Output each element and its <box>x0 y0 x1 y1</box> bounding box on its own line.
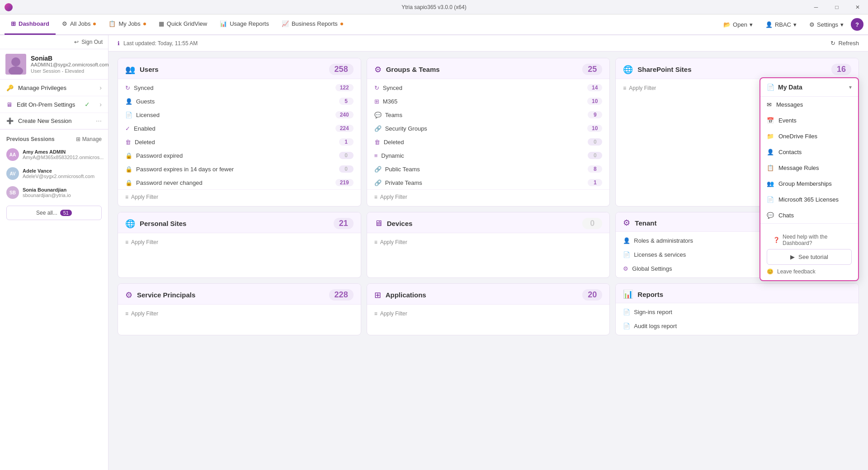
settings-icon: ⚙ <box>809 21 815 28</box>
personal-sites-apply-filter[interactable]: ≡ Apply Filter <box>118 235 361 249</box>
groups-row-security[interactable]: 🔗Security Groups 10 <box>367 122 610 135</box>
settings-button[interactable]: ⚙ Settings ▾ <box>804 19 849 31</box>
info-icon: ℹ <box>118 40 120 47</box>
users-card-header[interactable]: 👥 Users 258 <box>118 58 361 79</box>
service-principals-count: 228 <box>329 289 354 301</box>
feedback-button[interactable]: 😊 Leave feedback <box>767 265 852 275</box>
nav-item-all-jobs[interactable]: ⚙ All Jobs <box>56 14 103 35</box>
personal-sites-card: 🌐 Personal Sites 21 ≡ Apply Filter <box>118 212 361 278</box>
all-jobs-icon: ⚙ <box>62 20 67 27</box>
my-data-message-rules[interactable]: 📋 Message Rules <box>760 160 858 176</box>
groups-filter-icon: ≡ <box>374 194 377 200</box>
tutorial-button[interactable]: ▶ See tutorial <box>767 249 852 265</box>
devices-card-header[interactable]: 🖥 Devices 0 <box>367 212 610 233</box>
users-row-enabled[interactable]: ✓Enabled 224 <box>118 122 361 135</box>
personal-sites-card-header[interactable]: 🌐 Personal Sites 21 <box>118 212 361 233</box>
manage-icon: ⊞ <box>76 136 80 142</box>
synced-icon: ↻ <box>125 85 130 91</box>
service-principals-apply-filter[interactable]: ≡ Apply Filter <box>118 306 361 321</box>
users-row-synced[interactable]: ↻Synced 122 <box>118 81 361 94</box>
devices-icon: 🖥 <box>374 219 382 228</box>
service-principals-card-header[interactable]: ⚙ Service Principals 228 <box>118 284 361 305</box>
reports-card-header[interactable]: 📊 Reports <box>616 284 859 303</box>
session-email-2: sbounardjian@ytria.io <box>23 193 71 198</box>
m365-icon: ⊞ <box>374 98 379 105</box>
users-row-deleted[interactable]: 🗑Deleted 1 <box>118 135 361 149</box>
cards-grid: 👥 Users 258 ↻Synced 122 👤Guests 5 <box>108 52 868 342</box>
groups-row-private-teams[interactable]: 🔗Private Teams 1 <box>367 176 610 189</box>
minimize-button[interactable]: ─ <box>806 0 826 14</box>
signout-button[interactable]: ↩ Sign Out <box>74 39 103 45</box>
users-row-licensed[interactable]: 📄Licensed 240 <box>118 108 361 122</box>
groups-row-teams[interactable]: 💬Teams 9 <box>367 108 610 122</box>
restore-button[interactable]: □ <box>826 0 847 14</box>
groups-row-deleted[interactable]: 🗑Deleted 0 <box>367 135 610 149</box>
user-details: SoniaB AADMIN1@sygx2.onmicrosoft.com Use… <box>31 55 109 74</box>
title-bar-logo <box>5 3 13 11</box>
session-item-2[interactable]: SB Sonia Bounardjian sbounardjian@ytria.… <box>0 183 108 202</box>
need-help-text: ❓ Need help with the Dashboard? <box>767 229 852 249</box>
open-button[interactable]: 📂 Open ▾ <box>718 19 758 31</box>
nav-item-my-jobs[interactable]: 📋 My Jobs <box>102 14 152 35</box>
session-item-1[interactable]: AV Adele Vance AdeleV@sygx2.onmicrosoft.… <box>0 164 108 183</box>
groups-row-m365[interactable]: ⊞M365 10 <box>367 94 610 108</box>
nav-item-dashboard[interactable]: ⊞ Dashboard <box>5 14 56 35</box>
users-apply-filter[interactable]: ≡ Apply Filter <box>118 189 361 204</box>
service-principals-title-area: ⚙ Service Principals <box>125 290 195 300</box>
sharepoint-card-header[interactable]: 🌐 SharePoint Sites 16 <box>616 58 859 79</box>
users-row-pwd-never-changed[interactable]: 🔒Password never changed 219 <box>118 176 361 189</box>
teams-icon: 💬 <box>374 112 382 118</box>
create-session-item[interactable]: ➕ Create New Session ⋯ <box>0 113 108 129</box>
edit-on-prem-item[interactable]: 🖥 Edit On-Prem Settings ✓ › <box>0 96 108 113</box>
devices-apply-filter[interactable]: ≡ Apply Filter <box>367 235 610 249</box>
groups-row-synced[interactable]: ↻Synced 14 <box>367 81 610 94</box>
session-item-0[interactable]: AA Amy Ames ADMIN AmyA@M365x85832012.onm… <box>0 145 108 164</box>
applications-card-header[interactable]: ⊞ Applications 20 <box>367 284 610 305</box>
my-data-messages[interactable]: ✉ Messages <box>760 97 858 113</box>
app-body: ↩ Sign Out SoniaB AADMIN1@sygx2.onmicros… <box>0 35 868 470</box>
open-icon: 📂 <box>723 21 731 28</box>
users-row-pwd-expires-soon[interactable]: 🔒Password expires in 14 days or fewer 0 <box>118 162 361 176</box>
session-avatar-2: SB <box>6 186 19 199</box>
user-name: SoniaB <box>31 55 109 62</box>
groups-apply-filter[interactable]: ≡ Apply Filter <box>367 189 610 204</box>
groups-teams-card-header[interactable]: ⚙ Groups & Teams 25 <box>367 58 610 79</box>
help-button[interactable]: ? <box>851 18 863 31</box>
nav-item-business-reports[interactable]: 📈 Business Reports <box>275 14 349 35</box>
reports-row-signins[interactable]: 📄 Sign-ins report <box>616 305 859 319</box>
feedback-icon: 😊 <box>767 268 774 275</box>
rbac-button[interactable]: 👤 RBAC ▾ <box>760 19 802 31</box>
reports-row-audit[interactable]: 📄 Audit logs report <box>616 319 859 333</box>
close-button[interactable]: ✕ <box>847 0 868 14</box>
my-jobs-dot <box>143 23 146 25</box>
users-row-pwd-expired[interactable]: 🔒Password expired 0 <box>118 149 361 162</box>
my-data-group-memberships[interactable]: 👥 Group Memberships <box>760 176 858 192</box>
users-pwd-never-changed-count: 219 <box>335 179 354 186</box>
manage-sessions-button[interactable]: ⊞ Manage <box>76 136 102 142</box>
my-data-m365-licenses[interactable]: 📄 Microsoft 365 Licenses <box>760 192 858 207</box>
pwd-never-changed-icon: 🔒 <box>125 179 132 186</box>
my-data-contacts[interactable]: 👤 Contacts <box>760 144 858 160</box>
applications-card: ⊞ Applications 20 ≡ Apply Filter <box>367 283 610 335</box>
my-data-events[interactable]: 📅 Events <box>760 113 858 128</box>
my-data-chats[interactable]: 💬 Chats <box>760 207 858 223</box>
see-all-button[interactable]: See all... 51 <box>6 206 102 220</box>
users-pwd-expired-count: 0 <box>339 152 354 159</box>
groups-row-dynamic[interactable]: ≡Dynamic 0 <box>367 149 610 162</box>
applications-apply-filter[interactable]: ≡ Apply Filter <box>367 306 610 321</box>
groups-row-public-teams[interactable]: 🔗Public Teams 8 <box>367 162 610 176</box>
users-icon: 👥 <box>125 65 135 75</box>
manage-privileges-item[interactable]: 🔑 Manage Privileges › <box>0 80 108 96</box>
sp-filter-icon: ≡ <box>125 310 128 317</box>
users-row-guests[interactable]: 👤Guests 5 <box>118 94 361 108</box>
see-all-badge: 51 <box>60 210 72 216</box>
tutorial-icon: ▶ <box>790 254 795 260</box>
groups-teams-title-area: ⚙ Groups & Teams <box>374 65 440 75</box>
refresh-button[interactable]: ↻ Refresh <box>830 40 859 47</box>
my-data-onedrive[interactable]: 📁 OneDrive Files <box>760 128 858 144</box>
session-email-0: AmyA@M365x85832012.onmicros... <box>23 155 104 160</box>
session-avatar-1: AV <box>6 167 19 180</box>
my-data-header[interactable]: 📄 My Data ▾ <box>760 78 858 97</box>
nav-item-usage-reports[interactable]: 📊 Usage Reports <box>213 14 275 35</box>
nav-item-quick-gridview[interactable]: ▦ Quick GridView <box>152 14 213 35</box>
